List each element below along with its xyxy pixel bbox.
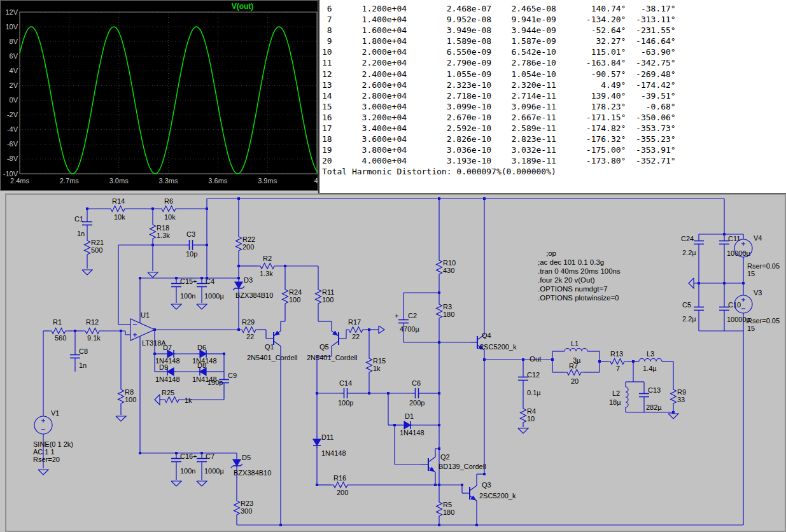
- component-label: Q3: [482, 481, 491, 489]
- component-Q2[interactable]: Q2BD139_Cordell: [421, 453, 486, 476]
- net-label[interactable]: Out: [530, 355, 542, 363]
- component-R16[interactable]: R16200: [331, 474, 350, 496]
- component-C2[interactable]: +C24700µ: [395, 312, 419, 333]
- component-label: SINE(0 1 2k): [33, 440, 73, 448]
- component-C4[interactable]: +C41000µ: [193, 277, 224, 300]
- y-axis-label: 2V: [10, 81, 18, 89]
- component-V3[interactable]: V3Rser=0.0515: [734, 289, 780, 332]
- component-C1[interactable]: C11n: [74, 215, 92, 237]
- component-label: R13: [610, 350, 623, 358]
- spice-output-log-window[interactable]: 6 1.200e+04 2.468e-07 2.465e-08 140.74° …: [318, 0, 786, 194]
- component-label: R3: [443, 303, 452, 311]
- component-R25[interactable]: R251k: [162, 389, 192, 404]
- component-label: 33: [677, 396, 685, 403]
- vout-trace[interactable]: [20, 27, 318, 174]
- component-R7[interactable]: R720: [565, 362, 584, 385]
- ground-symbol[interactable]: [171, 481, 181, 486]
- component-label: C12: [527, 371, 540, 379]
- component-label: R5: [443, 501, 452, 508]
- component-R14[interactable]: R1410k: [108, 197, 127, 221]
- component-R10[interactable]: R10430: [437, 258, 456, 277]
- spice-directive[interactable]: .tran 0 40ms 20ms 100ns: [538, 267, 621, 275]
- component-D3[interactable]: D3BZX384B10: [233, 276, 273, 299]
- component-R12[interactable]: R129.1k: [83, 318, 102, 342]
- component-C5[interactable]: C52.2µ: [682, 301, 704, 323]
- component-R29[interactable]: R2922: [239, 318, 258, 340]
- port-flag[interactable]: [379, 326, 384, 333]
- component-R8[interactable]: R8100: [118, 387, 137, 406]
- ground-symbol[interactable]: [518, 428, 528, 433]
- component-R4[interactable]: R410: [521, 406, 537, 425]
- component-label: 1.4µ: [643, 365, 657, 372]
- component-R1[interactable]: R1560: [49, 318, 68, 342]
- component-R3[interactable]: R3180: [437, 302, 455, 321]
- component-label: C1: [74, 215, 83, 223]
- component-R22[interactable]: R22200: [236, 234, 256, 253]
- spice-directive[interactable]: .OPTIONS plotwinsize=0: [538, 294, 619, 302]
- schematic-window[interactable]: C11nR21500R1410kR610kR181.3kC310pR22200R…: [5, 193, 786, 532]
- component-D1[interactable]: D11N4148: [400, 412, 425, 437]
- component-label: R4: [527, 407, 536, 415]
- component-label: BZX384B10: [235, 291, 273, 299]
- component-L3[interactable]: L31.4µ: [639, 350, 662, 372]
- schematic-canvas[interactable]: C11nR21500R1410kR610kR181.3kC310pR22200R…: [6, 195, 785, 531]
- ground-symbol[interactable]: [689, 278, 694, 288]
- component-label: C6: [412, 379, 421, 387]
- ground-symbol[interactable]: [197, 304, 207, 309]
- ground-symbol[interactable]: [197, 481, 207, 486]
- component-R13[interactable]: R137: [608, 350, 627, 372]
- x-axis-label: 2.7ms: [60, 177, 79, 185]
- component-label: 10p: [186, 250, 197, 258]
- component-C7[interactable]: +C71000µ: [193, 452, 224, 475]
- component-C3[interactable]: C310p: [186, 230, 197, 258]
- component-Q4[interactable]: Q42SC5200_k: [470, 331, 517, 354]
- component-D9[interactable]: D91N4148: [155, 363, 180, 383]
- trace-name-label[interactable]: V(out): [211, 2, 274, 11]
- component-C9[interactable]: C9150p: [207, 372, 237, 386]
- component-C13[interactable]: C13282µ: [639, 386, 662, 411]
- waveform-plot-area[interactable]: 12V10V8V6V4V2V0V-2V-4V-6V-8V-10V2.4ms2.7…: [1, 1, 318, 190]
- component-C8[interactable]: C81n: [70, 347, 88, 369]
- component-Q3[interactable]: Q32SC5200_k: [462, 481, 516, 505]
- component-R18[interactable]: R181.3k: [150, 222, 171, 241]
- wires[interactable]: [43, 199, 743, 525]
- ground-symbol[interactable]: [82, 270, 92, 275]
- component-label: 10: [527, 415, 535, 423]
- component-label: 200p: [409, 399, 425, 407]
- y-axis-label: 6V: [10, 52, 18, 60]
- component-R24[interactable]: R24100: [283, 287, 302, 306]
- component-C12[interactable]: C120.1µ: [518, 371, 541, 396]
- component-C24[interactable]: C242.2µ: [681, 235, 704, 256]
- spice-directive[interactable]: ;ac dec 101 0.1 0.3g: [538, 258, 604, 266]
- component-L2[interactable]: L218µ: [609, 387, 628, 407]
- component-R17[interactable]: R1722: [346, 318, 365, 340]
- component-R11[interactable]: R11100: [316, 287, 335, 306]
- component-V1[interactable]: V1SINE(0 1 2k)AC 1 1Rser=20: [33, 409, 73, 463]
- component-label: 1000µ: [204, 292, 224, 300]
- component-L1[interactable]: L13µ: [565, 340, 587, 364]
- component-R21[interactable]: R21500: [85, 238, 104, 257]
- component-R9[interactable]: R933: [671, 387, 687, 406]
- component-R15[interactable]: R151k: [367, 356, 386, 375]
- ground-symbol[interactable]: [148, 272, 158, 277]
- ground-symbol[interactable]: [38, 470, 48, 475]
- ground-symbol[interactable]: [116, 416, 126, 421]
- spice-directive[interactable]: .OPTIONS numdgt=7: [538, 285, 608, 293]
- component-D5[interactable]: D5BZX384B10: [231, 454, 271, 477]
- component-R2[interactable]: R21.3k: [258, 255, 277, 277]
- component-R23[interactable]: R23300: [234, 498, 254, 517]
- spice-directive[interactable]: ;op: [546, 249, 556, 257]
- component-label: D1: [405, 412, 414, 420]
- ground-symbol[interactable]: [668, 414, 678, 419]
- component-C16[interactable]: C16100n: [171, 452, 195, 475]
- spice-directive[interactable]: .four 2k 20 v(Out): [538, 276, 595, 284]
- ground-symbol[interactable]: [155, 395, 160, 405]
- component-label: 2.2µ: [682, 315, 696, 323]
- component-D11[interactable]: D111N4148: [313, 433, 346, 457]
- component-C15[interactable]: C15100n: [171, 277, 195, 300]
- component-R6[interactable]: R610k: [159, 197, 178, 221]
- component-R5[interactable]: R5180: [437, 500, 455, 519]
- component-label: 7: [616, 365, 620, 372]
- component-U1[interactable]: U1LT318A: [125, 311, 166, 347]
- ground-symbol[interactable]: [171, 304, 181, 309]
